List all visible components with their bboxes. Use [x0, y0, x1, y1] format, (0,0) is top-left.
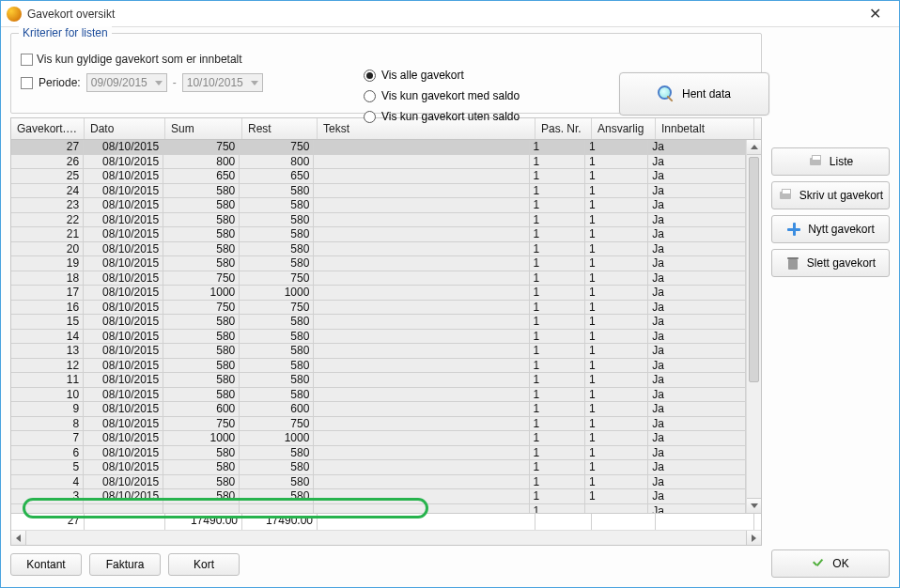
- table-cell: [314, 140, 529, 154]
- content-area: Kriterier for listen Vis kun gyldige gav…: [1, 27, 899, 587]
- period-to-input[interactable]: 10/10/2015: [182, 73, 263, 92]
- table-row[interactable]: 1508/10/201558058011Ja: [11, 315, 746, 330]
- table-row[interactable]: 1308/10/201558058011Ja: [11, 344, 746, 359]
- totals-blank-tekst: [318, 514, 535, 530]
- table-row[interactable]: 2008/10/201558058011Ja: [11, 242, 746, 257]
- scroll-down-icon[interactable]: [747, 498, 761, 513]
- scroll-up-icon[interactable]: [747, 140, 761, 155]
- table-cell: 580: [240, 489, 314, 503]
- table-row[interactable]: 1808/10/201575075011Ja: [11, 271, 746, 286]
- table-row[interactable]: 2708/10/201575075011Ja: [11, 140, 746, 155]
- table-row[interactable]: 2608/10/201580080011Ja: [11, 155, 746, 170]
- radio-with-balance[interactable]: [364, 90, 376, 102]
- liste-button[interactable]: Liste: [771, 147, 890, 176]
- ok-button[interactable]: OK: [771, 549, 890, 578]
- table-row[interactable]: 2308/10/201558058011Ja: [11, 198, 746, 213]
- scroll-left-icon[interactable]: [11, 531, 26, 546]
- col-header-pasnr[interactable]: Pas. Nr.: [535, 118, 592, 139]
- table-row[interactable]: 1708/10/20151000100011Ja: [11, 286, 746, 301]
- table-cell: 1: [585, 227, 648, 241]
- close-icon[interactable]: ✕: [856, 5, 893, 23]
- vertical-scrollbar[interactable]: [746, 140, 761, 513]
- table-cell: 19: [11, 256, 84, 271]
- table-row[interactable]: 2508/10/201565065011Ja: [11, 169, 746, 184]
- skriv-ut-gavekort-button[interactable]: Skriv ut gavekort: [771, 181, 890, 209]
- payment-buttons: Kontant Faktura Kort: [10, 553, 762, 576]
- gavekort-window: Gavekort oversikt ✕ Kriterier for listen…: [0, 0, 900, 588]
- horizontal-scrollbar[interactable]: [11, 530, 761, 545]
- period-from-value: 09/09/2015: [91, 76, 147, 89]
- table-cell: [240, 504, 314, 514]
- period-from-input[interactable]: 09/09/2015: [86, 73, 167, 92]
- table-cell: 08/10/2015: [84, 402, 163, 416]
- table-row[interactable]: 1108/10/201558058011Ja: [11, 373, 746, 388]
- table-cell: 08/10/2015: [84, 213, 163, 227]
- col-header-ansvarlig[interactable]: Ansvarlig: [592, 118, 656, 139]
- table-row[interactable]: 708/10/20151000100011Ja: [11, 431, 746, 446]
- period-checkbox[interactable]: [21, 77, 33, 89]
- radio-row-all[interactable]: Vis alle gavekort: [364, 65, 520, 85]
- table-row[interactable]: 508/10/201558058011Ja: [11, 460, 746, 475]
- nytt-gavekort-button[interactable]: Nytt gavekort: [771, 215, 890, 243]
- table-cell: [314, 388, 529, 402]
- gavekort-grid: Gavekort. Nr. Dato Sum Rest Tekst Pas. N…: [10, 117, 762, 546]
- faktura-button[interactable]: Faktura: [89, 553, 161, 576]
- col-header-innbetalt[interactable]: Innbetalt: [656, 118, 754, 139]
- table-cell: [314, 446, 529, 460]
- table-row[interactable]: 1408/10/201558058011Ja: [11, 330, 746, 345]
- radio-all[interactable]: [364, 70, 376, 82]
- table-cell: 1: [530, 417, 585, 431]
- col-header-sum[interactable]: Sum: [165, 118, 242, 139]
- table-row[interactable]: 1608/10/201575075011Ja: [11, 301, 746, 316]
- table-cell: Ja: [648, 184, 746, 198]
- table-cell: 580: [240, 330, 314, 344]
- period-to-value: 10/10/2015: [187, 76, 243, 89]
- table-cell: 1: [585, 271, 648, 286]
- table-cell: 600: [163, 402, 240, 416]
- show-valid-paid-checkbox[interactable]: [21, 54, 33, 66]
- hent-data-button[interactable]: Hent data: [619, 72, 769, 116]
- table-cell: 580: [240, 184, 314, 198]
- table-cell: Ja: [648, 402, 746, 416]
- table-cell: 08/10/2015: [84, 242, 163, 256]
- radio-row-with-balance[interactable]: Vis kun gavekort med saldo: [364, 85, 520, 106]
- slett-gavekort-button[interactable]: Slett gavekort: [771, 249, 890, 277]
- table-cell: 08/10/2015: [84, 388, 163, 402]
- table-cell: 1: [585, 242, 648, 256]
- radio-without-balance[interactable]: [364, 111, 376, 123]
- table-cell: 1: [585, 460, 648, 474]
- kontant-button[interactable]: Kontant: [10, 553, 82, 576]
- table-row[interactable]: 2208/10/201558058011Ja: [11, 213, 746, 228]
- radio-row-without-balance[interactable]: Vis kun gavekort uten saldo: [364, 106, 520, 127]
- scrollbar-thumb[interactable]: [749, 157, 759, 382]
- chevron-down-icon[interactable]: [249, 77, 260, 88]
- table-row[interactable]: 908/10/201560060011Ja: [11, 402, 746, 417]
- table-cell: 580: [163, 359, 240, 373]
- table-row[interactable]: 2108/10/201558058011Ja: [11, 227, 746, 242]
- table-row[interactable]: 1Ja: [11, 504, 746, 514]
- app-icon: [7, 7, 22, 22]
- table-cell: [314, 155, 529, 169]
- col-header-nr[interactable]: Gavekort. Nr.: [11, 118, 85, 139]
- table-row[interactable]: 1208/10/201558058011Ja: [11, 359, 746, 374]
- chevron-down-icon[interactable]: [153, 77, 164, 88]
- col-header-dato[interactable]: Dato: [85, 118, 165, 139]
- table-row[interactable]: 1908/10/201558058011Ja: [11, 256, 746, 271]
- table-cell: 580: [240, 315, 314, 329]
- table-cell: [314, 184, 529, 198]
- table-row[interactable]: 808/10/201575075011Ja: [11, 417, 746, 432]
- table-cell: 1: [530, 242, 585, 256]
- table-cell: 1: [530, 227, 585, 241]
- table-row[interactable]: 608/10/201558058011Ja: [11, 446, 746, 461]
- table-row[interactable]: 1008/10/201558058011Ja: [11, 388, 746, 403]
- table-cell: 14: [11, 330, 84, 344]
- totals-count: 27: [11, 514, 85, 530]
- table-row[interactable]: 408/10/201558058011Ja: [11, 475, 746, 490]
- col-header-rest[interactable]: Rest: [242, 118, 318, 139]
- table-row[interactable]: 2408/10/201558058011Ja: [11, 184, 746, 199]
- table-cell: 580: [240, 359, 314, 373]
- scroll-right-icon[interactable]: [746, 531, 761, 546]
- table-row[interactable]: 308/10/201558058011Ja: [11, 489, 746, 504]
- table-cell: 580: [240, 344, 314, 358]
- kort-button[interactable]: Kort: [168, 553, 240, 576]
